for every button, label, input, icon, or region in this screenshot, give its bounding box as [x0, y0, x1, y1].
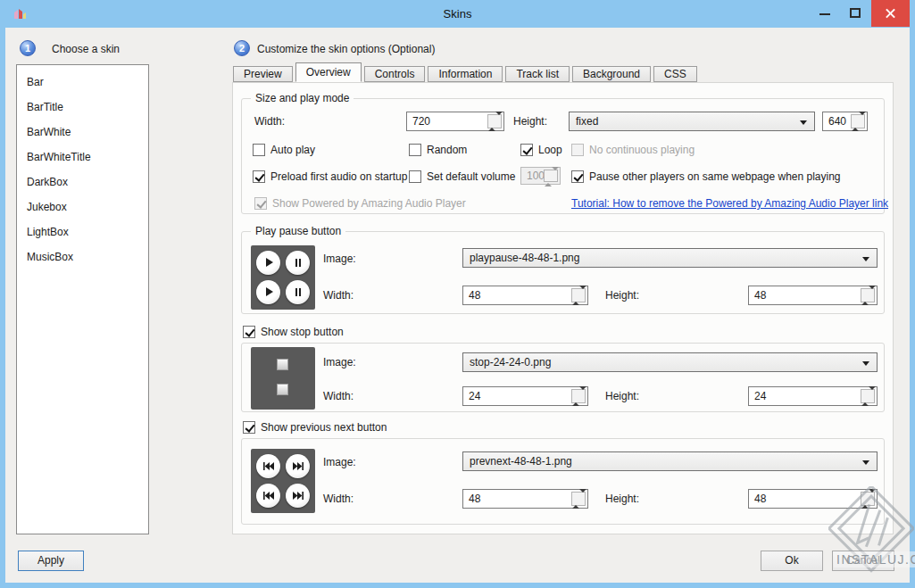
minimize-button[interactable]	[811, 0, 838, 27]
spinner-buttons[interactable]	[571, 288, 586, 302]
tutorial-link[interactable]: Tutorial: How to remove the Powered by A…	[571, 197, 888, 210]
skin-item-bartitle[interactable]: BarTitle	[17, 98, 148, 123]
play-pause-width-spinner[interactable]: 48	[462, 286, 588, 305]
spin-up-icon[interactable]	[861, 289, 869, 305]
spinner-buttons	[544, 170, 558, 182]
show-prev-next-checkbox[interactable]	[243, 421, 255, 434]
spin-up-icon[interactable]	[572, 289, 579, 305]
title-bar[interactable]: Skins	[0, 0, 915, 28]
maximize-icon	[850, 8, 861, 18]
prev-next-image-dropdown[interactable]: prevnext-48-48-1.png	[462, 451, 878, 471]
stop-width-spinner[interactable]: 24	[462, 386, 588, 406]
tab-overview[interactable]: Overview	[295, 62, 362, 82]
tab-preview[interactable]: Preview	[233, 66, 293, 82]
step-1-label: Choose a skin	[52, 43, 120, 55]
play-pause-title: Play pause button	[251, 225, 345, 237]
height-spinner[interactable]: 640	[822, 112, 868, 131]
show-prev-next-label: Show previous next button	[261, 421, 387, 434]
height-label: Height:	[605, 390, 639, 402]
spin-up-icon[interactable]	[572, 493, 579, 509]
skin-listbox[interactable]: Bar BarTitle BarWhite BarWhiteTitle Dark…	[16, 64, 149, 534]
width-label: Width:	[323, 493, 354, 505]
width-spinner[interactable]: 720	[406, 112, 504, 131]
skin-item-barwhitetitle[interactable]: BarWhiteTitle	[17, 148, 148, 173]
width-label: Width:	[254, 115, 285, 128]
cancel-button[interactable]: Cancel	[832, 551, 894, 571]
spin-up-icon[interactable]	[852, 115, 859, 131]
play-pause-width-value: 48	[469, 289, 480, 302]
spinner-buttons[interactable]	[861, 389, 875, 403]
prev-next-width-spinner[interactable]: 48	[462, 489, 588, 509]
skin-item-jukebox[interactable]: Jukebox	[17, 198, 148, 223]
spin-down-icon[interactable]	[579, 286, 586, 302]
spinner-buttons[interactable]	[571, 492, 586, 506]
tab-css[interactable]: CSS	[653, 66, 697, 82]
play-pause-height-spinner[interactable]: 48	[748, 286, 878, 305]
spin-down-icon[interactable]	[869, 286, 876, 302]
apply-button[interactable]: Apply	[18, 551, 84, 571]
play-pause-height-value: 48	[754, 289, 766, 302]
tab-background[interactable]: Background	[572, 66, 651, 82]
prev-next-height-spinner[interactable]: 48	[748, 489, 878, 509]
close-button[interactable]	[871, 0, 910, 27]
spin-up-icon	[545, 170, 552, 186]
skin-item-bar[interactable]: Bar	[17, 73, 148, 98]
spinner-buttons[interactable]	[571, 389, 586, 403]
step-2-badge: 2	[234, 40, 250, 56]
tab-track-list[interactable]: Track list	[505, 66, 570, 82]
preload-checkbox[interactable]	[253, 170, 265, 183]
random-checkbox[interactable]	[409, 144, 421, 156]
spin-up-icon[interactable]	[861, 390, 869, 406]
spin-down-icon[interactable]	[579, 386, 586, 402]
pause-other-checkbox[interactable]	[571, 170, 584, 183]
spin-up-icon[interactable]	[572, 390, 579, 406]
play-pause-image-dropdown[interactable]: playpause-48-48-1.png	[462, 248, 878, 268]
spin-down-icon[interactable]	[579, 489, 586, 505]
spin-up-icon[interactable]	[488, 115, 495, 131]
play-icon	[256, 251, 280, 275]
play-icon	[256, 280, 280, 304]
height-value: 640	[828, 115, 846, 128]
stop-width-value: 24	[469, 390, 480, 402]
volume-value: 100	[527, 170, 545, 182]
spinner-buttons[interactable]	[861, 288, 875, 302]
height-label: Height:	[513, 115, 547, 128]
skin-item-darkbox[interactable]: DarkBox	[17, 173, 148, 198]
step-2-label: Customize the skin options (Optional)	[257, 43, 435, 55]
stop-image-dropdown[interactable]: stop-24-24-0.png	[462, 352, 878, 372]
show-stop-checkbox[interactable]	[243, 326, 255, 338]
set-volume-checkbox[interactable]	[409, 170, 421, 183]
loop-checkbox[interactable]	[520, 144, 533, 156]
preload-label: Preload first audio on startup	[270, 170, 407, 183]
prev-next-width-value: 48	[469, 493, 480, 505]
spin-up-icon[interactable]	[861, 493, 869, 509]
width-label: Width:	[323, 390, 354, 402]
spin-down-icon[interactable]	[869, 489, 876, 505]
previous-icon	[256, 454, 280, 478]
ok-button[interactable]: Ok	[761, 551, 823, 571]
skin-item-barwhite[interactable]: BarWhite	[17, 123, 148, 148]
spinner-buttons[interactable]	[487, 114, 502, 128]
tab-controls[interactable]: Controls	[364, 66, 426, 82]
image-label: Image:	[323, 356, 356, 369]
maximize-button[interactable]	[842, 0, 869, 27]
spin-down-icon[interactable]	[495, 112, 503, 128]
height-mode-value: fixed	[576, 115, 598, 128]
next-icon	[286, 454, 310, 478]
stop-preview-image	[251, 347, 315, 410]
spin-down-icon[interactable]	[869, 386, 876, 402]
skin-item-lightbox[interactable]: LightBox	[17, 223, 148, 248]
spin-down-icon[interactable]	[859, 112, 866, 128]
spinner-buttons[interactable]	[851, 114, 865, 128]
loop-label: Loop	[538, 144, 562, 156]
height-label: Height:	[605, 493, 639, 505]
volume-spinner: 100	[520, 167, 561, 185]
pause-other-label: Pause other players on same webpage when…	[589, 170, 841, 183]
skin-item-musicbox[interactable]: MusicBox	[17, 248, 148, 273]
spinner-buttons[interactable]	[861, 492, 875, 506]
auto-play-label: Auto play	[270, 144, 315, 156]
stop-height-spinner[interactable]: 24	[748, 386, 878, 406]
height-mode-dropdown[interactable]: fixed	[569, 112, 815, 131]
tab-information[interactable]: Information	[428, 66, 503, 82]
auto-play-checkbox[interactable]	[253, 144, 265, 156]
